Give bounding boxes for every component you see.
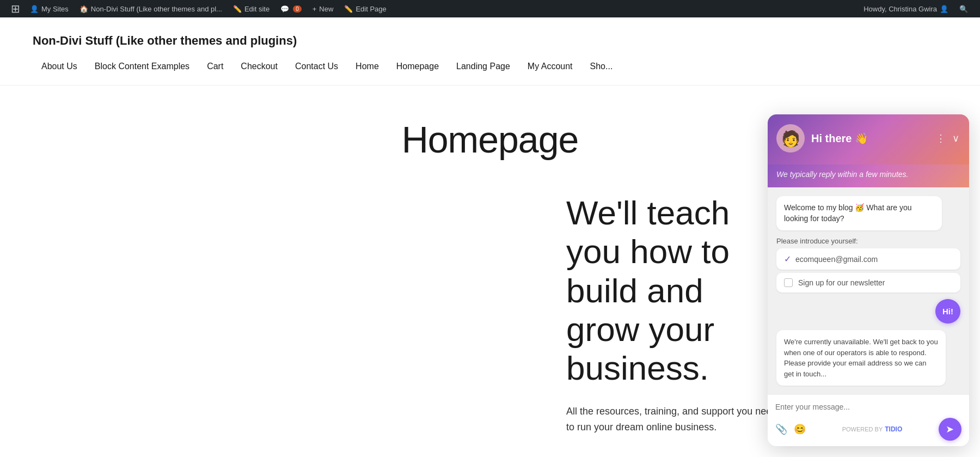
- newsletter-label: Sign up for our newsletter: [798, 278, 885, 287]
- edit-site-icon: ✏️: [233, 5, 242, 13]
- footer-icons: 📎 😊: [775, 423, 806, 435]
- powered-by: POWERED BY TIDIO: [842, 425, 903, 433]
- powered-by-text: POWERED BY: [842, 426, 883, 432]
- edit-page-icon: ✏️: [344, 5, 353, 13]
- nav-shop[interactable]: Sho...: [581, 59, 622, 74]
- introduce-label: Please introduce yourself:: [776, 237, 960, 245]
- emoji-icon[interactable]: 😊: [794, 423, 806, 435]
- check-icon: ✓: [784, 254, 791, 264]
- nav-checkout[interactable]: Checkout: [232, 59, 286, 74]
- nav-about-us[interactable]: About Us: [33, 59, 86, 74]
- admin-bar: ⊞ 👤 My Sites 🏠 Non-Divi Stuff (Like othe…: [0, 0, 980, 17]
- nav-homepage[interactable]: Homepage: [388, 59, 448, 74]
- newsletter-checkbox-row[interactable]: Sign up for our newsletter: [776, 273, 960, 293]
- wordpress-logo-icon[interactable]: ⊞: [7, 2, 24, 15]
- avatar: 🧑: [776, 124, 805, 153]
- hi-text: Hi!: [942, 307, 953, 316]
- site-header: Non-Divi Stuff (Like other themes and pl…: [0, 17, 980, 86]
- chat-header: 🧑 Hi there 👋 ⋮ ∨: [768, 114, 969, 164]
- reply-time-text: We typically reply within a few minutes.: [776, 170, 909, 179]
- edit-site-item[interactable]: ✏️ Edit site: [228, 0, 275, 17]
- introduce-section: Please introduce yourself: ✓ ecomqueen@g…: [776, 237, 960, 293]
- chat-header-text: Hi there 👋: [811, 132, 928, 145]
- edit-page-item[interactable]: ✏️ Edit Page: [339, 0, 391, 17]
- hi-bubble: Hi!: [935, 299, 960, 324]
- tidio-brand: TIDIO: [885, 425, 902, 433]
- comments-item[interactable]: 💬 0: [275, 0, 307, 17]
- my-sites-icon: 👤: [30, 5, 39, 13]
- chat-greeting: Hi there 👋: [811, 132, 928, 145]
- nav-block-content[interactable]: Block Content Examples: [86, 59, 198, 74]
- site-name-label: Non-Divi Stuff (Like other themes and pl…: [91, 5, 222, 13]
- howdy-text: Howdy, Christina Gwira: [863, 5, 937, 13]
- user-avatar-icon: 👤: [940, 5, 948, 13]
- my-sites-item[interactable]: 👤 My Sites: [24, 0, 74, 17]
- nav-contact-us[interactable]: Contact Us: [286, 59, 347, 74]
- new-item[interactable]: + New: [307, 0, 339, 17]
- edit-site-label: Edit site: [244, 5, 270, 13]
- nav-menu: About Us Block Content Examples Cart Che…: [33, 59, 947, 74]
- new-label: New: [319, 5, 333, 13]
- chat-footer-actions: 📎 😊 POWERED BY TIDIO ➤: [775, 418, 961, 441]
- nav-cart[interactable]: Cart: [198, 59, 232, 74]
- site-name-item[interactable]: 🏠 Non-Divi Stuff (Like other themes and …: [74, 0, 228, 17]
- unavailable-bubble: We're currently unavailable. We'll get b…: [776, 330, 946, 386]
- newsletter-checkbox[interactable]: [784, 278, 793, 287]
- comment-count: 0: [293, 5, 302, 13]
- plus-icon: +: [313, 5, 317, 13]
- admin-bar-right: Howdy, Christina Gwira 👤 🔍: [858, 0, 973, 17]
- welcome-bubble: Welcome to my blog 🥳 What are you lookin…: [776, 196, 942, 230]
- chat-widget: 🧑 Hi there 👋 ⋮ ∨ We typically reply with…: [768, 114, 969, 446]
- send-icon: ➤: [946, 423, 954, 435]
- chat-subheader: We typically reply within a few minutes.: [768, 164, 969, 187]
- edit-page-label: Edit Page: [356, 5, 386, 13]
- message-input[interactable]: [775, 400, 961, 413]
- email-value: ecomqueen@gmail.com: [795, 255, 878, 264]
- chat-header-icons: ⋮ ∨: [935, 131, 960, 145]
- more-options-icon[interactable]: ⋮: [935, 131, 947, 145]
- nav-my-account[interactable]: My Account: [519, 59, 581, 74]
- email-field[interactable]: ✓ ecomqueen@gmail.com: [776, 248, 960, 270]
- comments-icon: 💬: [280, 5, 289, 13]
- chat-footer: 📎 😊 POWERED BY TIDIO ➤: [768, 394, 969, 446]
- site-title[interactable]: Non-Divi Stuff (Like other themes and pl…: [33, 34, 947, 48]
- home-icon: 🏠: [79, 5, 88, 13]
- welcome-text: Welcome to my blog 🥳 What are you lookin…: [784, 203, 912, 223]
- my-sites-label: My Sites: [41, 5, 69, 13]
- unavailable-text: We're currently unavailable. We'll get b…: [784, 338, 938, 378]
- search-item[interactable]: 🔍: [954, 0, 973, 17]
- nav-landing-page[interactable]: Landing Page: [448, 59, 519, 74]
- nav-home[interactable]: Home: [347, 59, 388, 74]
- send-button[interactable]: ➤: [939, 418, 961, 441]
- chat-body: Welcome to my blog 🥳 What are you lookin…: [768, 187, 969, 394]
- search-icon: 🔍: [959, 5, 968, 13]
- attach-icon[interactable]: 📎: [775, 423, 787, 435]
- howdy-item[interactable]: Howdy, Christina Gwira 👤: [858, 0, 954, 17]
- collapse-icon[interactable]: ∨: [951, 131, 960, 145]
